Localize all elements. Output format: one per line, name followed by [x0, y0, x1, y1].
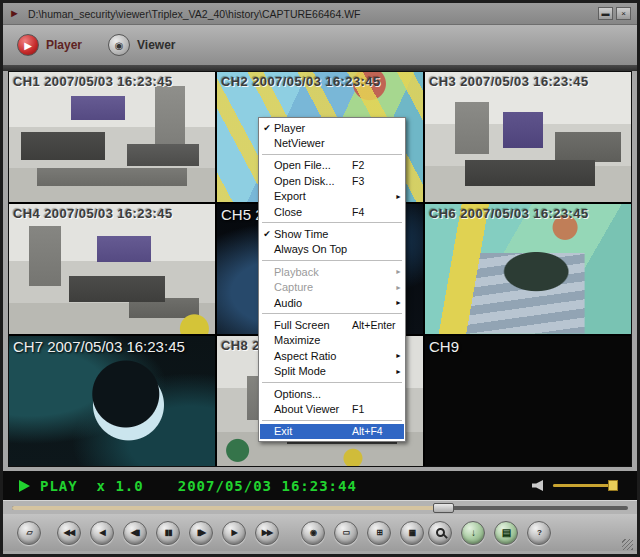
checkmark-icon: ✔ [260, 123, 274, 133]
menu-separator [262, 382, 402, 383]
channel-ch9-video[interactable]: CH9 [425, 336, 631, 466]
channel-ch1-video[interactable]: CH1 2007/05/03 16:23:45 [9, 72, 215, 202]
volume-slider[interactable] [553, 484, 615, 487]
submenu-arrow-icon: ► [393, 352, 402, 359]
viewer-window: ► D:\human_security\viewer\Triplex_VA2_4… [3, 3, 637, 554]
open-file-icon: ▱ [26, 529, 31, 537]
nine-split-button[interactable]: ▦ [400, 521, 424, 545]
menu-item-aspect-ratio[interactable]: Aspect Ratio► [260, 348, 404, 363]
fast-forward-icon: ▶▶ [262, 529, 272, 537]
play-button[interactable]: ▶ [222, 521, 246, 545]
player-icon: ▶ [17, 34, 39, 56]
mode-toolbar: ▶ Player ◉ Viewer [3, 25, 637, 65]
menu-item-full-screen[interactable]: Full ScreenAlt+Enter [260, 317, 404, 332]
channel-ch2-label: CH2 2007/05/03 16:23:45 [221, 74, 421, 89]
seek-bar[interactable] [12, 506, 628, 510]
menu-item-playback[interactable]: Playback► [260, 264, 404, 279]
menu-separator [262, 420, 402, 421]
submenu-arrow-icon: ► [393, 268, 402, 275]
channel-ch1-label: CH1 2007/05/03 16:23:45 [13, 74, 213, 89]
viewer-icon: ◉ [108, 34, 130, 56]
help-button[interactable]: ? [527, 521, 551, 545]
status-bar: PLAY x 1.0 2007/05/03 16:23:44 [3, 471, 637, 500]
menu-separator [262, 313, 402, 314]
viewer-mode-label: Viewer [137, 38, 175, 52]
menu-item-open-file[interactable]: Open File...F2 [260, 158, 404, 173]
single-split-icon: ▭ [343, 529, 350, 537]
menu-item-open-disk[interactable]: Open Disk...F3 [260, 173, 404, 188]
quad-split-button[interactable]: ⊞ [367, 521, 391, 545]
menu-item-exit[interactable]: ExitAlt+F4 [260, 424, 404, 439]
seek-row [3, 500, 637, 514]
step-back-icon: ◀▮ [131, 529, 140, 537]
minimize-button[interactable]: ▬ [598, 7, 613, 20]
window-title: D:\human_security\viewer\Triplex_VA2_40\… [28, 8, 598, 20]
channel-ch3-video[interactable]: CH3 2007/05/03 16:23:45 [425, 72, 631, 202]
play-reverse-icon: ◀ [99, 529, 104, 537]
channel-ch6-label: CH6 2007/05/03 16:23:45 [429, 206, 629, 221]
play-reverse-button[interactable]: ◀ [90, 521, 114, 545]
step-forward-icon: ▮▶ [197, 529, 206, 537]
channel-ch7-video[interactable]: CH7 2007/05/03 16:23:45 [9, 336, 215, 466]
menu-separator [262, 154, 402, 155]
single-split-button[interactable]: ▭ [334, 521, 358, 545]
menu-item-close[interactable]: CloseF4 [260, 204, 404, 219]
menu-item-show-time[interactable]: ✔Show Time [260, 226, 404, 241]
play-state-icon [19, 480, 30, 492]
fast-forward-button[interactable]: ▶▶ [255, 521, 279, 545]
open-file-button[interactable]: ▱ [17, 521, 41, 545]
menu-item-options[interactable]: Options... [260, 386, 404, 401]
menu-item-split-mode[interactable]: Split Mode► [260, 363, 404, 378]
speaker-icon [532, 480, 543, 491]
menu-item-maximize[interactable]: Maximize [260, 333, 404, 348]
channel-ch6-video[interactable]: CH6 2007/05/03 16:23:45 [425, 204, 631, 334]
resize-grip[interactable] [622, 539, 633, 550]
player-mode-label: Player [46, 38, 82, 52]
menu-item-export[interactable]: Export► [260, 189, 404, 204]
app-window-frame: ► D:\human_security\viewer\Triplex_VA2_4… [0, 0, 640, 557]
pause-button[interactable]: ▮▮ [156, 521, 180, 545]
channel-ch7-label: CH7 2007/05/03 16:23:45 [13, 338, 213, 355]
volume-handle[interactable] [608, 480, 618, 491]
submenu-arrow-icon: ► [393, 193, 402, 200]
playback-timestamp: 2007/05/03 16:23:44 [178, 478, 357, 494]
play-icon: ▶ [231, 529, 236, 537]
menu-item-capture[interactable]: Capture► [260, 280, 404, 295]
submenu-arrow-icon: ► [393, 284, 402, 291]
channel-ch4-video[interactable]: CH4 2007/05/03 16:23:45 [9, 204, 215, 334]
channel-ch9-label: CH9 [429, 338, 629, 355]
save-icon: ↓ [471, 528, 475, 538]
close-button[interactable]: × [616, 7, 631, 20]
rewind-button[interactable]: ◀◀ [57, 521, 81, 545]
menu-item-always-on-top[interactable]: Always On Top [260, 242, 404, 257]
menu-item-about-viewer[interactable]: About ViewerF1 [260, 401, 404, 416]
step-back-button[interactable]: ◀▮ [123, 521, 147, 545]
magnifier-icon [436, 528, 445, 537]
channel-ch3-label: CH3 2007/05/03 16:23:45 [429, 74, 629, 89]
seek-handle[interactable] [433, 503, 454, 513]
print-button[interactable]: ▤ [494, 521, 518, 545]
step-forward-button[interactable]: ▮▶ [189, 521, 213, 545]
channel-ch4-label: CH4 2007/05/03 16:23:45 [13, 206, 213, 221]
quad-split-icon: ⊞ [376, 529, 382, 537]
nine-split-icon: ▦ [409, 529, 416, 537]
play-state-label: PLAY x 1.0 [40, 478, 144, 494]
context-menu: ✔PlayerNetViewerOpen File...F2Open Disk.… [258, 117, 406, 442]
viewer-mode-button[interactable]: ◉ Viewer [108, 34, 175, 56]
capture-button[interactable]: ◉ [301, 521, 325, 545]
player-mode-button[interactable]: ▶ Player [17, 34, 82, 56]
print-icon: ▤ [502, 528, 510, 538]
menu-item-netviewer[interactable]: NetViewer [260, 135, 404, 150]
zoom-button[interactable] [428, 521, 452, 545]
menu-item-audio[interactable]: Audio► [260, 295, 404, 310]
menu-separator [262, 260, 402, 261]
pause-icon: ▮▮ [165, 529, 172, 537]
capture-icon: ◉ [310, 529, 316, 537]
save-button[interactable]: ↓ [461, 521, 485, 545]
submenu-arrow-icon: ► [393, 299, 402, 306]
seek-fill [12, 506, 443, 510]
menu-item-player[interactable]: ✔Player [260, 120, 404, 135]
rewind-icon: ◀◀ [64, 529, 74, 537]
checkmark-icon: ✔ [260, 229, 274, 239]
volume-fill [553, 484, 613, 487]
